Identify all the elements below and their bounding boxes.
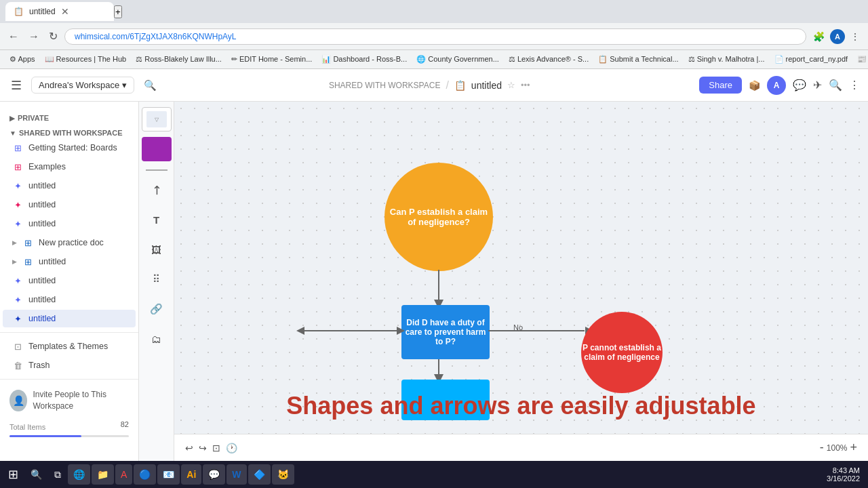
profile-icon[interactable]: A (830, 29, 845, 44)
taskbar-app-9[interactable]: 🔷 (248, 464, 271, 485)
windows-taskbar: ⊞ 🔍 ⧉ 🌐 📁 A 🔵 📧 Ai 💬 W 🔷 🐱 (0, 461, 868, 488)
bookmark-lexis[interactable]: ⚖ Lexis Advance® - S... (505, 54, 593, 65)
expand-icon: ▶ (12, 258, 17, 265)
taskbar-word[interactable]: W (226, 464, 246, 485)
sidebar-item-untitled-5[interactable]: ✦ untitled (3, 272, 136, 289)
main-area: ▶ PRIVATE ▼ SHARED WITH WORKSPACE ⊞ Gett… (0, 102, 868, 461)
more-options-icon[interactable]: ••• (521, 80, 530, 90)
image-tool-button[interactable]: 🖼 (143, 236, 170, 263)
sidebar: ▶ PRIVATE ▼ SHARED WITH WORKSPACE ⊞ Gett… (0, 102, 139, 461)
bookmark-dashboard[interactable]: 📊 Dashboard - Ross-B... (317, 54, 411, 65)
arrow-tool-button[interactable]: ↗ (137, 171, 176, 209)
zoom-in-button[interactable]: + (850, 441, 857, 455)
bottom-toolbar: ↩ ↪ ⊡ 🕐 - 100% + (174, 434, 868, 461)
sidebar-divider-2 (0, 379, 138, 380)
archive-tool-button[interactable]: 🗂 (143, 325, 170, 352)
bookmark-resources[interactable]: 📖 Resources | The Hub (41, 54, 131, 65)
taskbar-browser[interactable]: 🌐 (68, 464, 90, 485)
storage-progress-bg (9, 435, 129, 437)
taskbar-acrobat[interactable]: A (115, 464, 132, 485)
sidebar-item-untitled-1[interactable]: ✦ untitled (3, 177, 136, 195)
header-right: Share 📦 A 💬 ✈ 🔍 ⋮ (699, 76, 860, 95)
grid-tool-button[interactable]: ⠿ (143, 266, 170, 293)
star-icon[interactable]: ☆ (507, 80, 515, 90)
bookmark-report[interactable]: 📄 report_card_ny.pdf (770, 54, 852, 65)
hamburger-button[interactable]: ☰ (8, 75, 24, 96)
sidebar-item-templates[interactable]: ⊡ Templates & Themes (3, 338, 136, 355)
flow-icon: ✦ (12, 294, 23, 305)
arrow-left-svg (296, 324, 405, 338)
back-button[interactable]: ← (5, 28, 22, 45)
sidebar-item-label: New practice doc (39, 238, 126, 247)
sidebar-item-trash[interactable]: 🗑 Trash (3, 357, 136, 374)
canvas-with-tools: ▽ ↗ T 🖼 ⠿ 🔗 🗂 (139, 102, 868, 461)
canvas-thumbnail[interactable]: ▽ (142, 107, 172, 131)
taskbar-app-4[interactable]: 🔵 (134, 464, 156, 485)
taskbar-clock: 8:43 AM 3/16/2022 (821, 466, 865, 483)
search-taskbar-button[interactable]: 🔍 (25, 466, 47, 483)
task-view-button[interactable]: ⧉ (49, 466, 66, 483)
sidebar-item-label: untitled (39, 257, 126, 266)
workspace-selector[interactable]: Andrea's Workspace ▾ (31, 77, 134, 94)
sidebar-item-getting-started[interactable]: ⊞ Getting Started: Boards (3, 139, 136, 157)
start-button[interactable]: ⊞ (3, 464, 24, 485)
taskbar-file-explorer[interactable]: 📁 (92, 464, 114, 485)
taskbar-app-7[interactable]: 💬 (203, 464, 225, 485)
taskbar-app-5[interactable]: 📧 (157, 464, 180, 485)
node-establish-claim[interactable]: Can P establish a claim of negligence? (384, 163, 493, 271)
undo-button[interactable]: ↩ (185, 443, 193, 453)
sidebar-item-label: untitled (28, 219, 126, 228)
bookmark-county[interactable]: 🌐 County Governmen... (412, 54, 503, 65)
app-4-icon: 🔵 (139, 469, 151, 480)
extensions-icon[interactable]: 🧩 (810, 28, 827, 45)
sidebar-item-new-practice[interactable]: ▶ ⊞ New practice doc (3, 234, 136, 251)
arrow-down-1-svg (429, 270, 449, 309)
browser-tab[interactable]: 📋 untitled ✕ (5, 2, 114, 21)
history-button[interactable]: 🕐 (226, 443, 237, 453)
link-tool-button[interactable]: 🔗 (143, 296, 170, 323)
shared-caret-icon: ▼ (9, 129, 16, 137)
sidebar-item-untitled-2[interactable]: ✦ untitled (3, 196, 136, 214)
search-button[interactable]: 🔍 (141, 77, 159, 94)
new-tab-button[interactable]: + (114, 5, 122, 18)
bookmark-edit[interactable]: ✏ EDIT Home - Semin... (227, 54, 316, 65)
bookmark-apps[interactable]: ⚙ Apps (5, 54, 39, 65)
address-bar[interactable]: whimsical.com/6TjZgXtJAX8n6KQNWHpAyL (64, 28, 806, 45)
node-duty-of-care[interactable]: Did D have a duty of care to prevent har… (401, 305, 490, 359)
comment-icon[interactable]: 💬 (793, 79, 806, 92)
sidebar-item-untitled-4[interactable]: ▶ ⊞ untitled (3, 253, 136, 270)
user-avatar[interactable]: A (767, 76, 786, 95)
share-button[interactable]: Share (699, 77, 742, 94)
send-icon[interactable]: ✈ (813, 79, 822, 92)
app-10-icon: 🐱 (277, 469, 289, 480)
canvas-area[interactable]: Can P establish a claim of negligence? D… (174, 102, 868, 461)
canvas-page-2[interactable] (142, 137, 172, 161)
overflow-menu-icon[interactable]: ⋮ (849, 79, 860, 92)
shared-section-label[interactable]: ▼ SHARED WITH WORKSPACE (0, 123, 138, 138)
bookmark-singh[interactable]: ⚖ Singh v. Malhotra |... (684, 54, 769, 65)
forward-button[interactable]: → (26, 28, 42, 45)
taskbar-illustrator[interactable]: Ai (181, 464, 201, 485)
bookmark-ross[interactable]: ⚖ Ross-Blakely Law Illu... (132, 54, 226, 65)
sidebar-item-examples[interactable]: ⊞ Examples (3, 158, 136, 176)
bookmark-submit[interactable]: 📋 Submit a Technical... (594, 54, 682, 65)
flow-icon: ✦ (12, 275, 23, 286)
search-icon[interactable]: 🔍 (829, 79, 842, 92)
taskbar-app-10[interactable]: 🐱 (272, 464, 294, 485)
node-cannot-establish[interactable]: P cannot establish a claim of negligence (581, 312, 663, 393)
refresh-button[interactable]: ↻ (46, 27, 60, 45)
tab-close-icon[interactable]: ✕ (61, 6, 69, 17)
browser-frame: 📋 untitled ✕ + ← → ↻ whimsical.com/6TjZg… (0, 0, 868, 488)
bottom-shapes-text: Shapes and arrows are easily adjustable (174, 392, 868, 420)
sidebar-item-untitled-6[interactable]: ✦ untitled (3, 291, 136, 308)
fit-button[interactable]: ⊡ (212, 443, 220, 453)
redo-button[interactable]: ↪ (199, 443, 207, 453)
zoom-out-button[interactable]: - (820, 441, 824, 455)
menu-icon[interactable]: ⋮ (848, 28, 863, 45)
sidebar-item-untitled-active[interactable]: ✦ untitled (3, 310, 136, 327)
sidebar-item-untitled-3[interactable]: ✦ untitled (3, 215, 136, 232)
private-section-label[interactable]: ▶ PRIVATE (0, 108, 138, 123)
invite-section[interactable]: 👤 Invite People to This Workspace (0, 384, 138, 418)
text-tool-button[interactable]: T (143, 206, 170, 233)
bookmark-what[interactable]: 📰 What to expect on t... (853, 54, 868, 65)
